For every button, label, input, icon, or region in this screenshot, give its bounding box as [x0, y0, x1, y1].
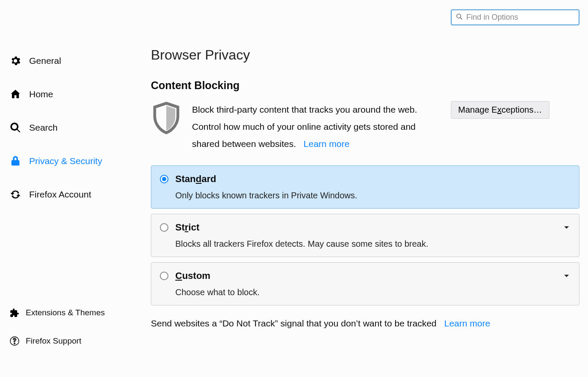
- search-input[interactable]: [466, 13, 574, 22]
- sidebar-item-label: Firefox Account: [29, 189, 91, 200]
- dnt-row: Send websites a “Do Not Track” signal th…: [151, 318, 579, 329]
- option-label-strict: Strict: [175, 222, 199, 233]
- option-custom[interactable]: Custom Choose what to block.: [151, 262, 579, 305]
- sidebar-item-label: General: [29, 56, 61, 66]
- sidebar-item-home[interactable]: Home: [8, 84, 136, 105]
- radio-standard[interactable]: [160, 175, 168, 183]
- sidebar-item-general[interactable]: General: [8, 51, 136, 71]
- learn-more-link[interactable]: Learn more: [303, 139, 349, 149]
- sidebar-item-support[interactable]: Firefox Support: [8, 332, 136, 350]
- magnify-icon: [9, 122, 21, 134]
- lock-icon: [9, 155, 21, 167]
- sidebar-item-privacy[interactable]: Privacy & Security: [8, 151, 136, 171]
- chevron-down-icon[interactable]: [564, 224, 570, 230]
- sidebar-item-label: Extensions & Themes: [26, 308, 105, 317]
- option-desc-strict: Blocks all trackers Firefox detects. May…: [175, 239, 570, 249]
- manage-exceptions-button[interactable]: Manage Exceptions…: [451, 101, 549, 119]
- sidebar-nav: General Home Search Privacy & Security F…: [8, 51, 136, 218]
- option-desc-custom: Choose what to block.: [175, 287, 570, 297]
- intro-row: Block third-party content that tracks yo…: [151, 101, 579, 153]
- sidebar-item-label: Firefox Support: [26, 336, 81, 346]
- dnt-text: Send websites a “Do Not Track” signal th…: [151, 318, 437, 329]
- option-desc-standard: Only blocks known trackers in Private Wi…: [175, 191, 570, 200]
- gear-icon: [9, 55, 21, 67]
- option-standard[interactable]: Standard Only blocks known trackers in P…: [151, 165, 579, 209]
- sidebar-item-label: Privacy & Security: [29, 156, 102, 166]
- search-container: [451, 9, 579, 25]
- search-box[interactable]: [451, 9, 579, 25]
- question-icon: [9, 336, 20, 346]
- option-head: Custom: [160, 270, 570, 281]
- search-icon: [456, 13, 466, 22]
- option-strict[interactable]: Strict Blocks all trackers Firefox detec…: [151, 214, 579, 257]
- dnt-learn-more-link[interactable]: Learn more: [444, 318, 490, 329]
- home-icon: [9, 88, 21, 100]
- page-title: Browser Privacy: [151, 47, 579, 63]
- shield-icon: [151, 101, 182, 141]
- sidebar-item-account[interactable]: Firefox Account: [8, 184, 136, 205]
- puzzle-icon: [9, 308, 20, 318]
- option-head: Strict: [160, 222, 570, 233]
- sidebar-bottom: Extensions & Themes Firefox Support: [8, 303, 136, 360]
- sidebar-item-extensions[interactable]: Extensions & Themes: [8, 303, 136, 322]
- sidebar-item-label: Home: [29, 89, 53, 99]
- main-content: Browser Privacy Content Blocking Block t…: [151, 47, 579, 329]
- section-title: Content Blocking: [151, 79, 579, 92]
- chevron-down-icon[interactable]: [564, 273, 570, 279]
- sidebar-item-label: Search: [29, 123, 58, 133]
- option-head: Standard: [160, 174, 570, 185]
- intro-text-block: Block third-party content that tracks yo…: [192, 101, 441, 153]
- sync-icon: [9, 188, 21, 200]
- option-label-standard: Standard: [175, 174, 216, 185]
- option-label-custom: Custom: [175, 270, 210, 281]
- sidebar-item-search[interactable]: Search: [8, 117, 136, 138]
- radio-strict[interactable]: [160, 223, 168, 232]
- radio-custom[interactable]: [160, 272, 168, 280]
